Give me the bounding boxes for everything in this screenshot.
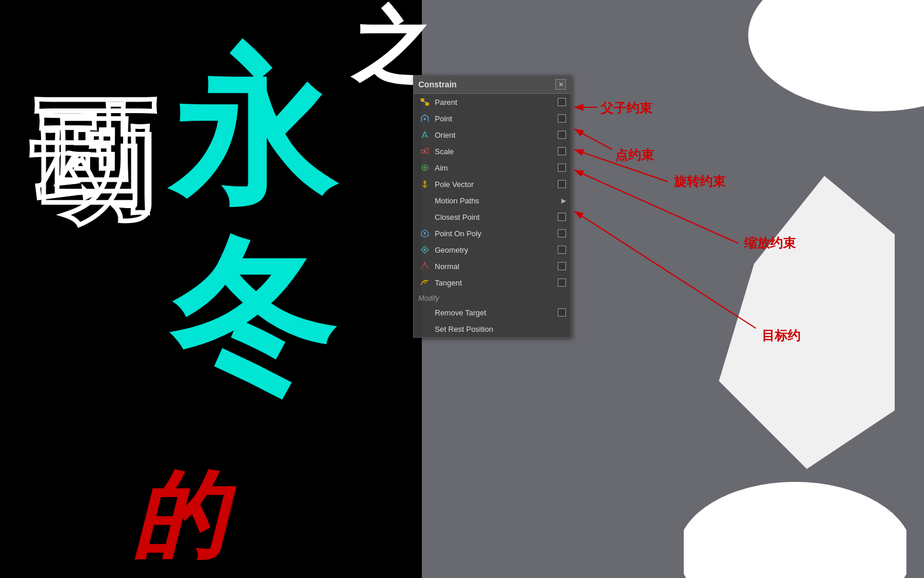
geometry-checkbox[interactable] (558, 246, 566, 254)
pole-vector-checkbox[interactable] (558, 180, 566, 188)
normal-constraint-icon (418, 261, 431, 271)
tangent-label: Tangent (435, 278, 558, 287)
scale-checkbox[interactable] (558, 147, 566, 155)
parent-checkbox[interactable] (558, 98, 566, 106)
normal-label: Normal (435, 262, 558, 271)
normal-checkbox[interactable] (558, 262, 566, 270)
svg-point-16 (424, 249, 426, 251)
point-on-poly-label: Point On Poly (435, 229, 558, 238)
closest-point-label: Closest Point (435, 213, 558, 222)
menu-item-closest-point[interactable]: Closest Point (414, 209, 571, 225)
parent-constraint-icon (418, 97, 431, 107)
svg-rect-0 (421, 98, 424, 101)
remove-target-checkbox[interactable] (558, 308, 566, 317)
menu-item-normal[interactable]: Normal (414, 258, 571, 274)
menu-item-motion-paths[interactable]: Motion Paths ▶ (414, 192, 571, 209)
menu-close-button[interactable]: ✕ (555, 79, 566, 90)
menu-title-bar: Constrain ✕ (414, 76, 571, 94)
closest-point-checkbox[interactable] (558, 213, 566, 221)
svg-point-15 (424, 232, 426, 234)
closest-point-icon (418, 212, 431, 222)
menu-item-scale[interactable]: Scale (414, 143, 571, 159)
tangent-constraint-icon (418, 277, 431, 288)
modify-section-label: Modify (414, 291, 571, 304)
set-rest-position-icon (418, 324, 431, 334)
point-on-poly-icon (418, 228, 431, 239)
pole-vector-label: Pole Vector (435, 180, 558, 189)
menu-item-remove-target[interactable]: Remove Target (414, 304, 571, 321)
svg-line-2 (422, 101, 427, 103)
remove-target-label: Remove Target (435, 308, 558, 317)
chinese-yong: 永 (170, 47, 334, 211)
parent-label: Parent (435, 98, 558, 107)
aim-checkbox[interactable] (558, 164, 566, 172)
orient-constraint-icon (418, 130, 431, 140)
menu-item-tangent[interactable]: Tangent (414, 274, 571, 291)
svg-rect-5 (421, 150, 424, 153)
menu-item-aim[interactable]: Aim (414, 159, 571, 176)
menu-item-pole-vector[interactable]: Pole Vector (414, 176, 571, 192)
menu-item-point-on-poly[interactable]: Point On Poly (414, 225, 571, 242)
constrain-menu: Constrain ✕ Parent Point (413, 75, 571, 338)
geometry-label: Geometry (435, 246, 558, 254)
point-on-poly-checkbox[interactable] (558, 229, 566, 237)
remove-target-icon (418, 307, 431, 318)
motion-paths-icon (418, 195, 431, 206)
menu-item-geometry[interactable]: Geometry (414, 242, 571, 258)
chinese-dong: 冬 (170, 234, 334, 399)
orient-label: Orient (435, 131, 558, 140)
menu-item-parent[interactable]: Parent (414, 94, 571, 110)
menu-item-orient[interactable]: Orient (414, 127, 571, 143)
svg-point-11 (424, 167, 426, 169)
svg-point-18 (424, 281, 427, 283)
menu-item-set-rest-position[interactable]: Set Rest Position (414, 321, 571, 337)
svg-rect-1 (425, 103, 429, 106)
svg-point-3 (424, 118, 426, 120)
tangent-checkbox[interactable] (558, 278, 566, 287)
point-constraint-icon (418, 113, 431, 124)
pole-vector-constraint-icon (418, 179, 431, 189)
point-label: Point (435, 114, 558, 123)
aim-constraint-icon (418, 162, 431, 173)
motion-paths-arrow: ▶ (561, 197, 566, 205)
scale-label: Scale (435, 147, 558, 156)
menu-item-point[interactable]: Point (414, 110, 571, 127)
scale-constraint-icon (418, 146, 431, 157)
orient-checkbox[interactable] (558, 131, 566, 139)
svg-rect-6 (425, 148, 428, 153)
chinese-de: 的 (132, 469, 226, 563)
point-checkbox[interactable] (558, 114, 566, 123)
set-rest-position-label: Set Rest Position (435, 325, 566, 334)
aim-label: Aim (435, 164, 558, 172)
geometry-constraint-icon (418, 244, 431, 255)
menu-title: Constrain (418, 80, 456, 89)
motion-paths-label: Motion Paths (435, 196, 561, 205)
